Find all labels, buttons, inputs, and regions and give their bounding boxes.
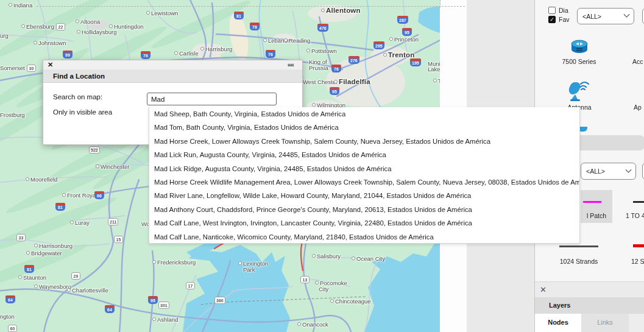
close-icon[interactable]: ✕ xyxy=(540,285,547,294)
only-visible-area-label: Only in visible area xyxy=(53,108,112,116)
interstate-shield: 476 xyxy=(317,24,328,32)
autocomplete-item[interactable]: Mad Tom, Bath County, Virginia, Estados … xyxy=(149,121,579,134)
map-city-label: Staunton xyxy=(18,275,46,281)
map-city-label: Winchester xyxy=(96,164,130,170)
interstate-shield: 78 xyxy=(250,23,260,30)
interstate-shield: 276 xyxy=(349,56,359,64)
map-city-label: Filadelfia xyxy=(334,78,370,85)
interstate-shield: 81 xyxy=(55,203,65,211)
map-city-label: Waynesboro xyxy=(34,284,71,290)
search-on-map-label: Search on map: xyxy=(53,93,102,101)
map-city-label: Frostburg xyxy=(0,112,25,118)
route-shield: 22 xyxy=(56,23,65,30)
map-city-label: Luray xyxy=(70,220,90,226)
map-city-label: Lewistown xyxy=(146,10,178,16)
interstate-shield: 95 xyxy=(402,28,412,36)
route-shield: 60 xyxy=(8,325,17,332)
legend-label-patch: l Patch xyxy=(582,212,611,219)
link-type-select[interactable]: <ALL> xyxy=(581,163,636,180)
route-shield: 522 xyxy=(89,146,100,154)
legend-line-patch xyxy=(583,201,601,203)
fav-checkbox[interactable]: ✓ xyxy=(548,16,556,23)
route-shield: 33 xyxy=(16,234,26,241)
tab-links[interactable]: Links xyxy=(581,314,629,332)
filter-select[interactable]: <ALL> xyxy=(577,8,634,24)
autocomplete-item[interactable]: Mad Lick Run, Augusta County, Virginia, … xyxy=(149,148,579,161)
collapse-icon[interactable]: «« xyxy=(288,61,294,68)
route-shield: 211 xyxy=(108,218,118,225)
layers-panel-title: Layers xyxy=(535,297,644,314)
antenna-icon[interactable] xyxy=(568,80,590,103)
map-city-label: Park xyxy=(243,267,255,273)
interstate-shield: 81 xyxy=(24,265,34,273)
interstate-shield: 76 xyxy=(141,51,150,59)
route-shield: 29 xyxy=(71,272,80,280)
legend-label-1to4[interactable]: 1 TO 4 xyxy=(626,212,644,219)
map-city-label: ngton xyxy=(0,314,15,320)
map-city-label: Fredericksburg xyxy=(152,260,196,266)
map-city-label: Charlottesville xyxy=(67,288,108,294)
map-city-label: Chincoteague xyxy=(330,298,371,305)
search-input[interactable] xyxy=(147,93,277,105)
router-7500-icon[interactable] xyxy=(570,39,589,55)
map-city-label: Lake xyxy=(428,66,440,72)
close-icon[interactable]: ✕ xyxy=(48,61,53,69)
interstate-shield: 76 xyxy=(266,50,275,58)
map-city-label: Princeton xyxy=(389,37,419,43)
layers-panel: ✕ Layers Nodes Links xyxy=(534,281,644,332)
map-city-label: Bridgewater xyxy=(26,250,62,256)
route-shield: 15 xyxy=(114,236,123,243)
map-city-label: Huntingdon xyxy=(109,24,144,30)
interstate-shield: 99 xyxy=(63,51,73,58)
route-shield: 360 xyxy=(214,297,225,304)
map-city-label: West Chester xyxy=(298,79,338,85)
interstate-shield: 287 xyxy=(397,16,408,24)
route-shield: 13 xyxy=(300,276,310,283)
map-city-label: Hollidaysburg xyxy=(77,29,117,35)
checkbox-label: Fav xyxy=(559,16,570,23)
interstate-shield: 66 xyxy=(94,191,104,199)
map-city-label: Ton xyxy=(433,78,440,84)
dia-checkbox[interactable] xyxy=(548,7,556,14)
autocomplete-item[interactable]: Mad Lick Ridge, Augusta County, Virginia… xyxy=(149,162,579,175)
map-city-label: urg xyxy=(0,33,9,39)
interstate-shield: 95 xyxy=(148,296,158,304)
autocomplete-item[interactable]: Mad Horse Creek, Lower Alloways Creek To… xyxy=(149,135,579,148)
checkbox-label: Dia xyxy=(559,7,568,14)
legend-label-1024-strands[interactable]: 1024 Strands xyxy=(559,258,598,265)
map-city-label: Somerset xyxy=(0,65,25,71)
route-shield: 301 xyxy=(158,302,169,309)
selection-dashed-line-top xyxy=(37,6,465,7)
legend-label-12-strands[interactable]: 12 S xyxy=(631,258,644,265)
autocomplete-item[interactable]: Mad Horse Creek Wildlife Management Area… xyxy=(149,175,579,189)
app-window: IndianaEbensburgAltoonaHollidaysburgHunt… xyxy=(0,0,644,332)
map-city-label: Reading xyxy=(284,38,310,44)
layers-titlebar: ✕ xyxy=(535,281,644,297)
checkbox-row-dia: Dia xyxy=(548,6,568,14)
map-city-label: Johnstown xyxy=(34,40,66,46)
map-city-label: City xyxy=(319,286,328,292)
map-city-label: Harrisonburg xyxy=(34,243,73,249)
map-city-label: Ocean City xyxy=(352,256,385,262)
tab-nodes[interactable]: Nodes xyxy=(535,314,581,332)
legend-line-1024-strands xyxy=(559,245,598,247)
chevron-down-icon xyxy=(624,12,630,18)
dialog-title: Find a Location xyxy=(43,69,302,83)
autocomplete-item[interactable]: Mad River Lane, Longfellow, Wilde Lake, … xyxy=(149,189,579,202)
autocomplete-item[interactable]: Mad Sheep, Bath County, Virginia, Estado… xyxy=(149,107,579,121)
search-autocomplete-dropdown: Mad Sheep, Bath County, Virginia, Estado… xyxy=(149,107,580,244)
filter-select-value: <ALL> xyxy=(582,13,601,20)
device-label-access: Acc xyxy=(632,58,643,65)
legend-line-12-strands xyxy=(633,244,644,247)
legend-line-1to4 xyxy=(633,201,644,203)
interstate-shield: 295 xyxy=(373,41,384,49)
autocomplete-item[interactable]: Mad Calf Lane, West Irvington, Irvington… xyxy=(149,216,579,230)
autocomplete-item[interactable]: Mad Calf Lane, Nanticoke, Wicomico Count… xyxy=(149,230,579,244)
chevron-down-icon xyxy=(626,166,632,172)
map-city-label: Allentown xyxy=(321,7,361,14)
autocomplete-item[interactable]: Mad Anthony Court, Chaddsford, Prince Ge… xyxy=(149,203,579,216)
selection-dashed-line-side xyxy=(440,0,441,7)
map-city-label: Onancock xyxy=(297,322,328,328)
map-city-label: Ashland xyxy=(152,317,178,323)
map-city-label: Harrisburg xyxy=(200,46,232,52)
